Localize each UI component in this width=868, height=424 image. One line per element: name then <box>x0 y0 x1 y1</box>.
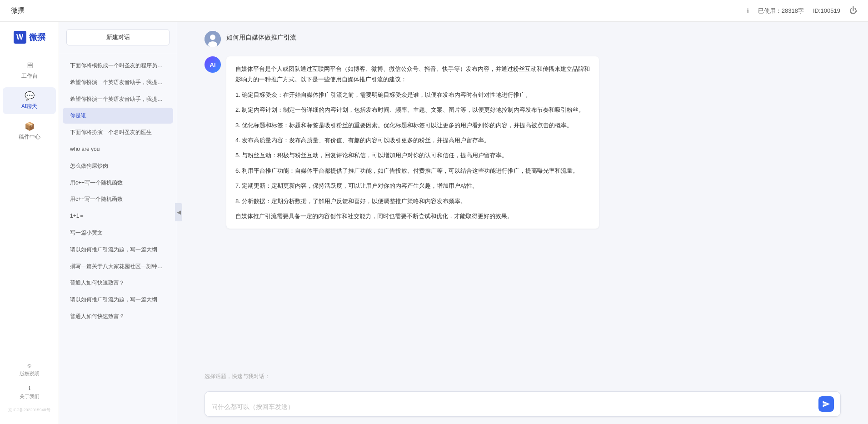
ai-point-6: 7. 定期更新：定期更新内容，保持活跃度，可以让用户对你的内容产生兴趣，增加用户… <box>235 180 590 191</box>
topbar: 微撰 ℹ 已使用：28318字 ID:100519 ⏻ <box>0 0 868 22</box>
ai-chat-icon: 💬 <box>25 91 35 101</box>
history-header: 新建对话 <box>59 22 177 53</box>
ai-message-row: AI 自媒体平台是个人或团队通过互联网平台（如博客、微博、微信公众号、抖音、快手… <box>205 56 841 229</box>
history-item[interactable]: 写一篇小黄文 <box>63 225 173 241</box>
history-item[interactable]: 1+1＝ <box>63 208 173 224</box>
about-icon: ℹ <box>29 385 30 391</box>
sidebar-item-about[interactable]: ℹ 关于我们 <box>3 383 55 403</box>
history-item[interactable]: 怎么做狗屎炒肉 <box>63 158 173 174</box>
history-item[interactable]: 你是谁 <box>63 108 173 124</box>
collapse-sidebar-button[interactable]: ◀ <box>175 203 182 221</box>
nav-items: 🖥 工作台 💬 AI聊天 📦 稿件中心 <box>0 57 59 145</box>
history-list: 下面你将模拟成一个叫圣友的程序员，我说...希望你扮演一个英语发音助手，我提供给… <box>59 53 177 424</box>
copyright-label: 版权说明 <box>20 370 40 377</box>
history-item[interactable]: 希望你扮演一个英语发音助手，我提供给你... <box>63 75 173 90</box>
ai-point-0: 1. 确定目标受众：在开始自媒体推广引流之前，需要明确目标受众是谁，以便在发布内… <box>235 90 590 100</box>
history-item[interactable]: 用c++写一个随机函数 <box>63 175 173 191</box>
copyright-icon: © <box>27 363 31 369</box>
ai-avatar: AI <box>205 56 221 73</box>
topbar-right: ℹ 已使用：28318字 ID:100519 ⏻ <box>747 6 857 15</box>
history-item[interactable]: 普通人如何快速致富？ <box>63 275 173 291</box>
sidebar-item-drafts[interactable]: 📦 稿件中心 <box>3 118 55 145</box>
chat-area: 如何用自媒体做推广引流 AI 自媒体平台是个人或团队通过互联网平台（如博客、微博… <box>177 22 868 424</box>
info-icon: ℹ <box>747 7 749 15</box>
ai-message-content: 自媒体平台是个人或团队通过互联网平台（如博客、微博、微信公众号、抖音、快手等）发… <box>226 56 599 229</box>
ai-intro: 自媒体平台是个人或团队通过互联网平台（如博客、微博、微信公众号、抖音、快手等）发… <box>235 64 590 85</box>
ai-point-4: 5. 与粉丝互动：积极与粉丝互动，回复评论和私信，可以增加用户对你的认可和信任，… <box>235 150 590 160</box>
workbench-label: 工作台 <box>21 72 38 80</box>
icp-text: 京ICP备2022015948号 <box>6 405 52 415</box>
user-message-row: 如何用自媒体做推广引流 <box>205 31 841 47</box>
sidebar-item-ai-chat[interactable]: 💬 AI聊天 <box>3 87 55 114</box>
history-item[interactable]: 下面你将扮演一个名叫圣友的医生 <box>63 125 173 140</box>
send-button[interactable] <box>818 396 834 412</box>
id-label: ID:100519 <box>813 7 840 14</box>
ai-conclusion: 自媒体推广引流需要具备一定的内容创作和社交能力，同时也需要不断尝试和优化，才能取… <box>235 211 590 221</box>
logo: W 微撰 <box>9 31 50 44</box>
left-sidebar: W 微撰 🖥 工作台 💬 AI聊天 📦 稿件中心 © 版权说明 ℹ <box>0 22 59 424</box>
drafts-icon: 📦 <box>25 121 35 131</box>
chat-messages: 如何用自媒体做推广引流 AI 自媒体平台是个人或团队通过互联网平台（如博客、微博… <box>177 22 868 369</box>
workbench-icon: 🖥 <box>25 61 34 70</box>
history-item[interactable]: 普通人如何快速致富？ <box>63 309 173 324</box>
nav-bottom: © 版权说明 ℹ 关于我们 京ICP备2022015948号 <box>0 360 59 415</box>
history-sidebar: 新建对话 下面你将模拟成一个叫圣友的程序员，我说...希望你扮演一个英语发音助手… <box>59 22 177 424</box>
history-item[interactable]: 下面你将模拟成一个叫圣友的程序员，我说... <box>63 58 173 74</box>
ai-point-7: 8. 分析数据：定期分析数据，了解用户反馈和喜好，以便调整推广策略和内容发布频率… <box>235 196 590 206</box>
quick-reply-section: 选择话题，快速与我对话： <box>177 369 868 387</box>
quick-reply-label: 选择话题，快速与我对话： <box>205 373 841 380</box>
send-icon <box>822 400 830 408</box>
logo-text: 微撰 <box>29 32 45 43</box>
input-box <box>205 391 841 417</box>
ai-chat-label: AI聊天 <box>21 103 37 110</box>
history-item[interactable]: 用c++写一个随机函数 <box>63 191 173 207</box>
history-item[interactable]: who are you <box>63 141 173 157</box>
usage-text: 已使用：28318字 <box>758 7 804 15</box>
input-area <box>177 387 868 424</box>
history-item[interactable]: 请以如何推广引流为题，写一篇大纲 <box>63 292 173 308</box>
history-item[interactable]: 撰写一篇关于八大家花园社区一刻钟便民生... <box>63 259 173 274</box>
power-icon[interactable]: ⏻ <box>849 6 857 15</box>
drafts-label: 稿件中心 <box>19 133 40 141</box>
history-item[interactable]: 请以如何推广引流为题，写一篇大纲 <box>63 242 173 258</box>
logo-w-icon: W <box>14 31 26 44</box>
ai-point-2: 3. 优化标题和标签：标题和标签是吸引粉丝的重要因素。优化标题和标签可以让更多的… <box>235 120 590 130</box>
sidebar-item-workbench[interactable]: 🖥 工作台 <box>3 57 55 84</box>
about-label: 关于我们 <box>20 393 40 400</box>
user-avatar <box>205 31 221 47</box>
user-message-content: 如何用自媒体做推广引流 <box>226 31 296 42</box>
ai-point-1: 2. 制定内容计划：制定一份详细的内容计划，包括发布时间、频率、主题、文案、图片… <box>235 105 590 115</box>
history-item[interactable]: 希望你扮演一个英语发音助手，我提供给你... <box>63 91 173 107</box>
ai-point-3: 4. 发布高质量内容：发布高质量、有价值、有趣的内容可以吸引更多的粉丝，并提高用… <box>235 135 590 145</box>
sidebar-item-copyright[interactable]: © 版权说明 <box>3 360 55 380</box>
ai-point-5: 6. 利用平台推广功能：自媒体平台都提供了推广功能，如广告投放、付费推广等，可以… <box>235 165 590 176</box>
chat-input[interactable] <box>211 402 815 412</box>
svg-point-1 <box>210 35 215 40</box>
topbar-title: 微撰 <box>11 6 25 15</box>
new-chat-button[interactable]: 新建对话 <box>66 29 170 45</box>
